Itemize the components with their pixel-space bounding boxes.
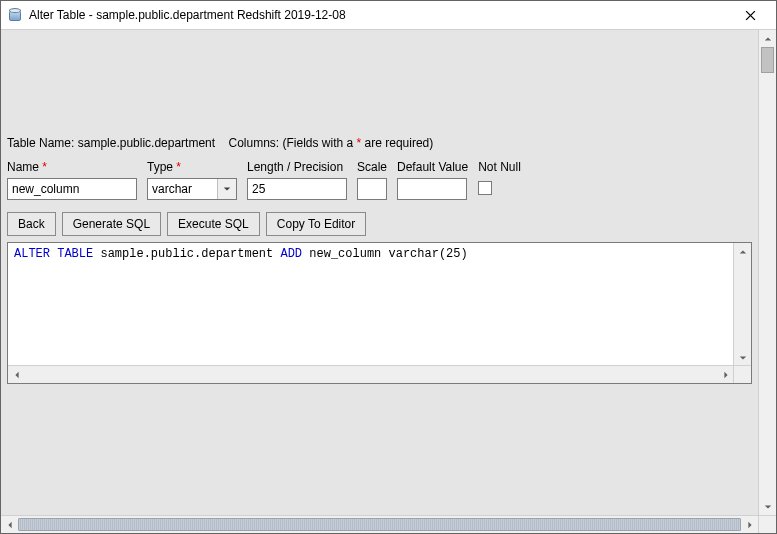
scale-input[interactable] <box>357 178 387 200</box>
scroll-corner <box>758 516 776 533</box>
columns-label-pre: Columns: (Fields with a <box>228 136 353 150</box>
sql-vertical-scrollbar[interactable] <box>733 243 751 366</box>
database-icon <box>7 7 23 23</box>
back-button[interactable]: Back <box>7 212 56 236</box>
close-icon <box>745 10 756 21</box>
titlebar: Alter Table - sample.public.department R… <box>1 1 776 30</box>
sql-horizontal-scrollbar[interactable] <box>8 365 734 383</box>
default-field-group: Default Value <box>397 160 468 200</box>
scroll-down-icon[interactable] <box>734 349 751 366</box>
close-button[interactable] <box>730 1 770 29</box>
asterisk-icon: * <box>357 136 365 150</box>
scroll-corner <box>733 365 751 383</box>
type-label-text: Type <box>147 160 173 174</box>
scale-field-group: Scale <box>357 160 387 200</box>
window-body: Table Name: sample.public.department Col… <box>1 30 776 533</box>
scroll-thumb[interactable] <box>761 47 774 73</box>
sql-frag: new_column varchar(25) <box>302 247 468 261</box>
type-select[interactable] <box>147 178 237 200</box>
asterisk-icon: * <box>42 160 47 174</box>
default-label: Default Value <box>397 160 468 174</box>
buttons-row: Back Generate SQL Execute SQL Copy To Ed… <box>7 212 752 236</box>
scroll-right-icon[interactable] <box>717 366 734 383</box>
fields-row: Name * Type * <box>7 160 752 200</box>
copy-to-editor-button[interactable]: Copy To Editor <box>266 212 367 236</box>
scroll-down-icon[interactable] <box>759 498 776 515</box>
asterisk-icon: * <box>176 160 181 174</box>
execute-sql-button[interactable]: Execute SQL <box>167 212 260 236</box>
length-input[interactable] <box>247 178 347 200</box>
form-header: Table Name: sample.public.department Col… <box>7 136 752 150</box>
name-label: Name * <box>7 160 137 174</box>
name-label-text: Name <box>7 160 39 174</box>
outer-vertical-scrollbar[interactable] <box>758 30 776 515</box>
name-field-group: Name * <box>7 160 137 200</box>
scroll-right-icon[interactable] <box>741 516 758 533</box>
sql-frag: sample.public.department <box>93 247 280 261</box>
name-input[interactable] <box>7 178 137 200</box>
generate-sql-button[interactable]: Generate SQL <box>62 212 161 236</box>
table-name-label: Table Name: <box>7 136 74 150</box>
columns-label-post: are required) <box>365 136 434 150</box>
scroll-left-icon[interactable] <box>8 366 25 383</box>
length-label: Length / Precision <box>247 160 347 174</box>
notnull-label: Not Null <box>478 160 521 174</box>
notnull-field-group: Not Null <box>478 160 521 195</box>
sql-keyword: ALTER <box>14 247 50 261</box>
scroll-up-icon[interactable] <box>734 243 751 260</box>
app-window: Alter Table - sample.public.department R… <box>0 0 777 534</box>
type-label: Type * <box>147 160 237 174</box>
length-field-group: Length / Precision <box>247 160 347 200</box>
scroll-thumb[interactable] <box>18 518 741 531</box>
sql-preview: ALTER TABLE sample.public.department ADD… <box>7 242 752 384</box>
sql-keyword: TABLE <box>57 247 93 261</box>
notnull-checkbox[interactable] <box>478 181 492 195</box>
scroll-left-icon[interactable] <box>1 516 18 533</box>
default-input[interactable] <box>397 178 467 200</box>
window-title: Alter Table - sample.public.department R… <box>29 8 730 22</box>
table-name-value: sample.public.department <box>78 136 215 150</box>
type-field-group: Type * <box>147 160 237 200</box>
sql-text[interactable]: ALTER TABLE sample.public.department ADD… <box>8 243 734 365</box>
content-area: Table Name: sample.public.department Col… <box>1 30 758 515</box>
scroll-up-icon[interactable] <box>759 30 776 47</box>
scale-label: Scale <box>357 160 387 174</box>
sql-keyword: ADD <box>280 247 302 261</box>
outer-horizontal-scrollbar[interactable] <box>1 515 776 533</box>
